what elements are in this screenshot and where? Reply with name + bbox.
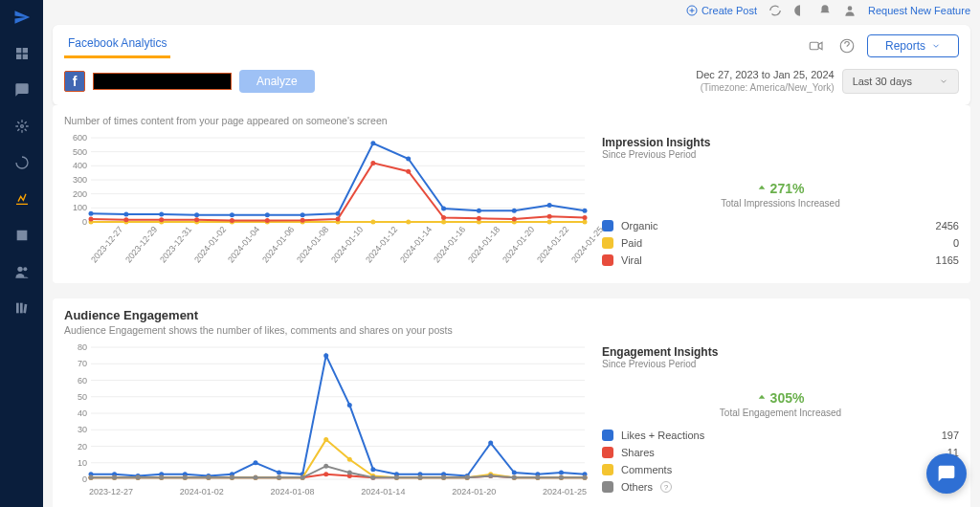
legend-dot [602,481,613,493]
legend-label: Others [621,481,653,493]
inbox-icon[interactable] [12,226,32,245]
svg-point-36 [370,142,375,146]
engagement-percent: 305% [602,390,959,406]
svg-point-101 [323,353,328,358]
facebook-icon: f [64,71,85,92]
comments-icon[interactable] [12,80,32,99]
loop-icon[interactable] [12,153,32,172]
svg-point-161 [183,475,188,480]
svg-point-160 [159,475,164,480]
svg-point-31 [194,212,199,217]
legend-label: Shares [621,447,655,458]
svg-point-30 [159,212,164,217]
svg-point-60 [159,218,164,223]
svg-point-61 [194,218,199,223]
x-tick-label: 2024-01-08 [271,487,315,496]
impressions-percent-label: Total Impressions Increased [602,198,959,209]
svg-point-167 [323,464,328,469]
svg-point-67 [406,169,411,174]
users-icon[interactable] [12,262,32,281]
range-dropdown[interactable]: Last 30 days [842,69,959,94]
svg-point-41 [547,203,552,208]
impressions-insights: Impression Insights Since Previous Perio… [602,132,959,268]
help-icon[interactable] [836,35,858,56]
engagement-percent-label: Total Engagement Increased [602,408,959,418]
svg-point-159 [136,475,141,480]
request-feature-link[interactable]: Request New Feature [868,5,970,16]
svg-point-176 [535,475,540,480]
create-post-label: Create Post [702,5,757,16]
x-tick-label: 2024-01-02 [180,487,224,496]
engagement-percent-value: 305% [770,390,805,406]
svg-point-42 [583,209,588,213]
x-tick-label: 2023-12-27 [89,487,133,496]
engagement-insights: Engagement Insights Since Previous Perio… [602,342,959,496]
svg-point-65 [336,217,341,222]
create-post-link[interactable]: Create Post [686,5,757,16]
svg-point-63 [265,218,270,223]
content-area: Number of times content from your page a… [43,105,980,507]
svg-point-169 [370,475,375,480]
legend-row: Organic2456 [602,220,959,231]
legend-value: 2456 [936,220,959,231]
bell-icon[interactable] [818,4,832,17]
svg-text:600: 600 [73,133,87,143]
svg-point-166 [301,475,305,480]
svg-rect-2 [16,55,21,59]
dashboard-icon[interactable] [12,44,32,63]
svg-text:500: 500 [73,147,87,157]
svg-point-164 [254,475,258,480]
timezone-text: (Timezone: America/New_York) [696,81,834,94]
legend-label: Viral [621,254,642,266]
library-icon[interactable] [12,298,32,318]
legend-dot [602,254,613,266]
account-name-redacted [93,73,232,90]
svg-point-123 [323,473,328,477]
impressions-percent: 271% [602,181,959,196]
svg-text:20: 20 [78,442,87,452]
half-circle-icon[interactable] [793,4,807,17]
legend-value: 197 [942,430,959,441]
analytics-header-card: Facebook Analytics Reports f Analyze Dec… [53,25,970,105]
svg-point-59 [123,218,128,223]
analytics-icon[interactable] [12,189,32,209]
svg-point-98 [254,461,258,466]
user-icon[interactable] [843,4,857,17]
svg-point-158 [112,475,117,480]
legend-row: Viral1165 [602,254,959,266]
engagement-chart: 01020304050607080 2023-12-272024-01-0220… [64,342,590,496]
video-icon[interactable] [806,35,827,56]
reports-button[interactable]: Reports [867,34,959,57]
engagement-x-labels: 2023-12-272024-01-022024-01-082024-01-14… [64,485,590,496]
legend-row: Others?17 [602,481,959,493]
help-icon[interactable]: ? [660,481,672,493]
svg-point-168 [347,471,352,475]
legend-row: Shares11 [602,447,959,458]
impressions-percent-value: 271% [770,181,805,196]
svg-point-39 [477,209,481,213]
network-icon[interactable] [12,117,32,136]
svg-text:0: 0 [82,474,87,484]
analyze-button[interactable]: Analyze [239,70,315,93]
svg-point-108 [488,441,493,446]
brand-logo-icon[interactable] [12,8,32,27]
svg-point-162 [206,475,211,480]
svg-point-174 [488,474,493,478]
svg-text:80: 80 [78,342,87,352]
svg-rect-1 [22,48,27,53]
svg-point-178 [583,475,588,480]
legend-dot [602,447,613,458]
date-range-display: Dec 27, 2023 to Jan 25, 2024 (Timezone: … [696,68,834,94]
x-tick-label: 2024-01-14 [361,487,405,496]
impressions-x-labels: 2023-12-272023-12-292023-12-312024-01-02… [64,256,590,268]
svg-point-173 [465,475,470,480]
refresh-icon[interactable] [768,4,782,17]
svg-point-4 [20,125,23,128]
engagement-section: Audience Engagement Audience Engagement … [53,298,970,507]
svg-text:50: 50 [78,392,87,402]
legend-dot [602,464,613,475]
svg-point-171 [418,475,423,480]
chat-fab[interactable] [926,453,967,494]
svg-point-69 [477,216,481,221]
svg-point-56 [547,220,552,225]
